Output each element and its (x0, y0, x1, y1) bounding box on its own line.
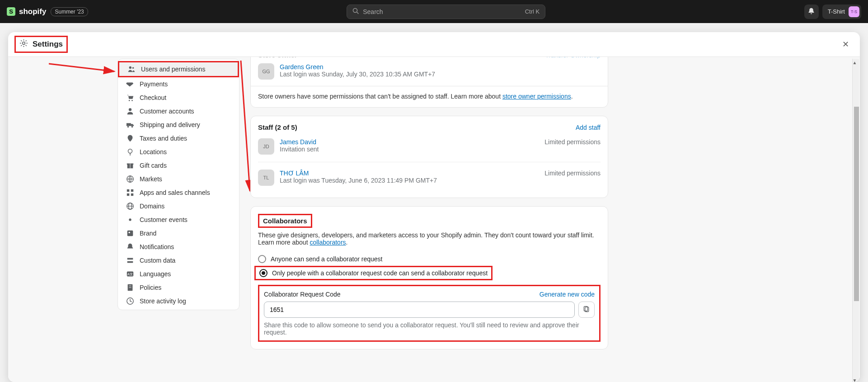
owner-note: Store owners have some permissions that … (258, 93, 601, 100)
svg-point-2 (23, 42, 25, 45)
sidebar-item-label: Apps and sales channels (140, 189, 210, 196)
svg-line-1 (357, 12, 359, 14)
scrollbar-thumb[interactable] (854, 107, 859, 301)
sidebar-item-label: Locations (140, 148, 167, 156)
sidebar-item-label: Store activity log (140, 297, 186, 305)
svg-point-28 (128, 231, 130, 233)
sidebar-item-activity-log[interactable]: Store activity log (118, 294, 239, 308)
log-icon (126, 297, 134, 305)
owner-last-login: Last login was Sunday, July 30, 2023 10:… (280, 71, 435, 78)
store-owner-card: Store owner Transfer Ownership GG Garden… (250, 57, 608, 108)
pin-icon (126, 148, 134, 156)
transfer-ownership-link[interactable]: Transfer Ownership (545, 57, 601, 59)
logo-text: shopify (19, 7, 46, 16)
settings-sheet: Settings ✕ Users and permissions (8, 32, 860, 382)
truck-icon (126, 121, 134, 129)
sidebar-item-taxes[interactable]: Taxes and duties (118, 132, 239, 145)
notifications-button[interactable] (804, 5, 819, 19)
logo[interactable]: S shopify (7, 7, 46, 16)
store-name: T-Shirt (828, 8, 845, 15)
main-content: Store owner Transfer Ownership GG Garden… (250, 57, 860, 382)
page-title: Settings (33, 40, 63, 49)
copy-code-button[interactable] (578, 302, 595, 318)
staff-avatar: TL (258, 170, 274, 186)
sidebar-item-customer-accounts[interactable]: Customer accounts (118, 104, 239, 118)
sidebar-item-policies[interactable]: Policies (118, 281, 239, 294)
sidebar-item-domains[interactable]: Domains (118, 199, 239, 213)
staff-row[interactable]: JD James David Invitation sent Limited p… (258, 134, 601, 159)
search-shortcut: Ctrl K (525, 8, 540, 15)
sidebar-item-custom-data[interactable]: Custom data (118, 254, 239, 267)
search-icon (352, 8, 359, 16)
svg-point-11 (127, 126, 129, 128)
domain-icon (126, 202, 134, 210)
store-avatar: T-S (849, 6, 859, 17)
svg-rect-29 (127, 258, 133, 260)
svg-rect-10 (127, 123, 131, 126)
sidebar-item-gift-cards[interactable]: Gift cards (118, 159, 239, 172)
staff-title: Staff (2 of 5) (258, 123, 297, 131)
collaborators-desc: These give designers, developers, and ma… (258, 231, 601, 246)
add-staff-link[interactable]: Add staff (576, 124, 601, 131)
staff-row[interactable]: TL THƠ LÂM Last login was Tuesday, June … (258, 162, 601, 190)
sidebar-item-label: Notifications (140, 243, 174, 250)
sidebar-item-languages[interactable]: A文 Languages (118, 267, 239, 281)
clipboard-icon (583, 306, 590, 314)
radio-label: Only people with a collaborator request … (272, 269, 488, 277)
svg-point-7 (129, 100, 130, 101)
search-input[interactable]: Search Ctrl K (347, 5, 545, 19)
staff-name-link[interactable]: THƠ LÂM (280, 170, 309, 177)
owner-name-link[interactable]: Gardens Green (280, 63, 324, 71)
sidebar-item-checkout[interactable]: Checkout (118, 91, 239, 104)
sidebar-item-label: Brand (140, 230, 156, 237)
staff-card: Staff (2 of 5) Add staff JD James David … (250, 116, 608, 198)
policies-icon (126, 283, 134, 292)
radio-label: Anyone can send a collaborator request (271, 255, 383, 263)
svg-rect-20 (131, 189, 133, 192)
taxes-icon (126, 134, 134, 142)
sidebar-item-label: Customer accounts (140, 108, 194, 115)
radio-anyone[interactable]: Anyone can send a collaborator request (258, 252, 601, 266)
store-owner-title: Store owner (258, 57, 297, 59)
staff-permission: Limited permissions (544, 170, 601, 177)
collaborators-card: Collaborators These give designers, deve… (250, 206, 608, 349)
svg-rect-27 (127, 231, 133, 236)
sidebar-item-markets[interactable]: Markets (118, 172, 239, 186)
staff-name-link[interactable]: James David (280, 138, 316, 146)
collaborators-title: Collaborators (258, 214, 312, 228)
sidebar-item-shipping[interactable]: Shipping and delivery (118, 118, 239, 132)
store-switcher[interactable]: T-Shirt T-S (822, 5, 861, 19)
generate-code-link[interactable]: Generate new code (540, 291, 595, 298)
scroll-down-icon[interactable]: ▼ (852, 377, 858, 382)
person-icon (126, 107, 134, 115)
sidebar-item-users-permissions[interactable]: Users and permissions (118, 61, 239, 77)
sidebar-item-locations[interactable]: Locations (118, 145, 239, 159)
radio-code-only[interactable]: Only people with a collaborator request … (254, 266, 493, 280)
radio-icon (258, 255, 266, 263)
sidebar-item-label: Custom data (140, 257, 175, 264)
svg-point-8 (131, 100, 133, 101)
svg-point-6 (132, 67, 134, 69)
collaborators-link[interactable]: collaborators (310, 239, 346, 246)
sidebar-item-label: Policies (140, 284, 161, 291)
sidebar-item-label: Markets (140, 175, 162, 183)
apps-icon (126, 189, 134, 197)
language-icon: A文 (126, 270, 134, 278)
collaborator-code-input[interactable] (264, 302, 575, 318)
svg-point-12 (131, 126, 133, 128)
sidebar-item-notifications[interactable]: Notifications (118, 240, 239, 254)
owner-permissions-link[interactable]: store owner permissions (502, 93, 571, 100)
sidebar-item-apps[interactable]: Apps and sales channels (118, 186, 239, 199)
svg-text:A文: A文 (127, 272, 133, 276)
scroll-up-icon[interactable]: ▲ (852, 60, 858, 66)
sidebar-item-customer-events[interactable]: Customer events (118, 213, 239, 226)
sidebar-item-label: Languages (140, 270, 171, 278)
svg-rect-30 (127, 261, 133, 263)
svg-rect-19 (127, 189, 129, 192)
sidebar-item-label: Checkout (140, 94, 166, 101)
sidebar-item-label: Payments (140, 80, 168, 88)
sidebar-item-brand[interactable]: Brand (118, 226, 239, 240)
close-button[interactable]: ✕ (838, 37, 854, 52)
release-badge[interactable]: Summer '23 (51, 7, 88, 16)
sidebar-item-payments[interactable]: Payments (118, 77, 239, 91)
